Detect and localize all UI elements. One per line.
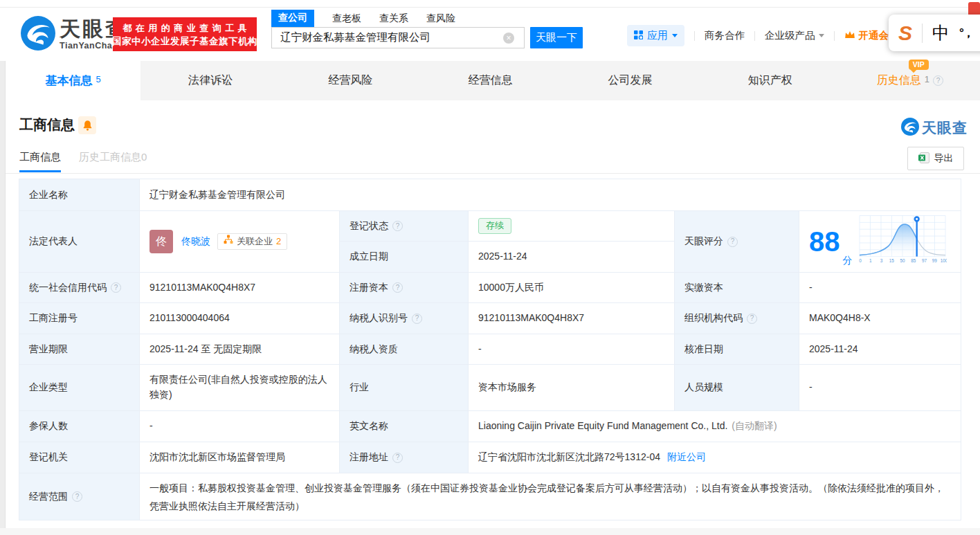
search-button[interactable]: 天眼一下 [530, 27, 583, 48]
field-label-taxpayer-quality: 纳税人资质 [340, 334, 469, 365]
svg-text:50: 50 [900, 258, 905, 263]
help-icon[interactable] [747, 314, 757, 324]
field-value-establish-date: 2025-11-24 [469, 242, 675, 273]
tab-operating-info[interactable]: 经营信息 [420, 61, 560, 100]
field-value-reg-capital: 10000万人民币 [469, 273, 675, 303]
field-label-company-type: 企业类型 [19, 365, 140, 411]
field-value-credit-code: 91210113MAK0Q4H8X7 [140, 273, 340, 303]
tab-company-development[interactable]: 公司发展 [561, 61, 700, 100]
ime-punctuation-toggle[interactable]: °， [959, 25, 973, 41]
search-tab-boss[interactable]: 查老板 [332, 12, 361, 27]
nearby-companies-link[interactable]: 附近公司 [667, 450, 706, 465]
subtab-business-info[interactable]: 工商信息 [19, 151, 61, 172]
field-value-taxpayer-quality: - [469, 334, 675, 365]
avatar[interactable]: 佟 [149, 230, 173, 253]
field-value-company-type: 有限责任公司(非自然人投资或控股的法人独资) [140, 365, 340, 411]
clear-search-icon[interactable] [503, 33, 514, 44]
org-chart-icon [224, 235, 233, 248]
business-cooperation-link[interactable]: 商务合作 [705, 29, 745, 42]
tab-history-info-label: 历史信息 [877, 73, 921, 88]
tab-basic-info-label: 基本信息 [45, 73, 92, 89]
field-value-taxpayer-id: 91210113MAK0Q4H8X7 [469, 303, 675, 334]
help-icon[interactable] [111, 282, 121, 293]
search-tabs: 查公司 查老板 查关系 查风险 [271, 10, 455, 27]
company-nav-tabbar: 基本信息 5 法律诉讼 经营风险 经营信息 公司发展 知识产权 历史信息 VIP… [6, 61, 980, 100]
help-icon[interactable] [392, 453, 403, 463]
svg-text:85: 85 [911, 258, 916, 263]
auto-translate-note: (自动翻译) [732, 419, 777, 434]
field-value-approval-date: 2025-11-24 [799, 334, 961, 365]
header-nav: 应用 商务合作 企业级产品 开通会员 [627, 25, 899, 46]
crown-icon [844, 30, 855, 42]
chevron-down-icon [672, 34, 678, 37]
subtabs: 工商信息 历史工商信息0 [19, 151, 147, 172]
section-divider [6, 173, 980, 174]
tianyancha-swirl-icon [901, 118, 919, 138]
field-label-establish-date: 成立日期 [340, 242, 469, 273]
help-icon[interactable] [412, 314, 422, 324]
tab-intellectual-property[interactable]: 知识产权 [700, 61, 840, 100]
field-label-paid-capital: 实缴资本 [675, 273, 799, 303]
field-value-business-scope: 一般项目：私募股权投资基金管理、创业投资基金管理服务（须在中国证券投资基金业协会… [140, 473, 961, 520]
tab-basic-info-count: 5 [96, 74, 100, 84]
score-distribution-chart: 0 1 3 15 50 85 97 99 100 [858, 214, 947, 270]
tianyancha-swirl-icon [21, 16, 55, 53]
enterprise-products-link[interactable]: 企业级产品 [765, 29, 824, 42]
field-value-legal-rep: 佟 佟晓波 关联企业 2 [140, 211, 340, 273]
tab-operating-risk[interactable]: 经营风险 [280, 61, 420, 100]
svg-text:99: 99 [932, 258, 937, 263]
export-button[interactable]: 导出 [907, 147, 964, 170]
field-label-org-code: 组织机构代码 [675, 303, 799, 334]
legal-rep-name-link[interactable]: 佟晓波 [181, 234, 210, 249]
field-label-industry: 行业 [340, 365, 469, 411]
field-label-insured-count: 参保人数 [19, 411, 140, 442]
ime-divider [922, 24, 923, 43]
field-value-insured-count: - [140, 411, 340, 442]
apps-menu[interactable]: 应用 [627, 25, 684, 46]
search-tab-relation[interactable]: 查关系 [379, 12, 408, 27]
help-icon[interactable] [727, 237, 738, 247]
help-icon[interactable] [933, 75, 943, 86]
help-icon[interactable] [392, 221, 403, 231]
subtab-history-business-info[interactable]: 历史工商信息0 [79, 151, 147, 172]
chevron-down-icon [819, 34, 824, 37]
help-icon[interactable] [72, 491, 82, 502]
sogou-logo-icon[interactable]: S [898, 21, 912, 45]
search-input[interactable] [279, 28, 500, 47]
field-label-business-term: 营业期限 [19, 334, 140, 365]
related-companies-badge[interactable]: 关联企业 2 [217, 233, 287, 250]
field-label-approval-date: 核准日期 [675, 334, 799, 365]
related-companies-label: 关联企业 [237, 235, 273, 248]
notification-bell-icon[interactable] [78, 116, 96, 134]
watermark-text: 天眼查 [922, 118, 968, 138]
field-value-org-code: MAK0Q4H8-X [799, 303, 961, 334]
field-value-tyc-score: 88 分 [799, 211, 961, 273]
top-divider [0, 7, 980, 8]
field-value-reg-number: 210113000404064 [140, 303, 340, 334]
tab-history-info[interactable]: 历史信息 VIP 1 [840, 61, 980, 100]
header-divider [834, 31, 835, 41]
help-icon[interactable] [392, 282, 403, 293]
field-value-english-name: Liaoning Caijin Private Equity Fund Mana… [469, 411, 961, 442]
slogan-line2: 国家中小企业发展子基金旗下机构 [112, 35, 257, 48]
ime-language-toggle[interactable]: 中 [932, 21, 950, 44]
field-label-reg-authority: 登记机关 [19, 442, 140, 473]
field-value-company-name: 辽宁财金私募基金管理有限公司 [140, 179, 961, 211]
field-label-reg-capital: 注册资本 [340, 273, 469, 303]
search-tab-company[interactable]: 查公司 [271, 10, 314, 27]
field-label-tyc-score: 天眼评分 [675, 211, 799, 273]
field-label-english-name: 英文名称 [340, 411, 469, 442]
related-companies-count: 2 [276, 235, 281, 248]
bottom-strip [0, 528, 980, 535]
svg-text:100: 100 [940, 258, 946, 263]
field-label-credit-code: 统一社会信用代码 [19, 273, 140, 303]
excel-icon [918, 152, 929, 165]
tab-basic-info[interactable]: 基本信息 5 [6, 61, 140, 100]
field-label-company-name: 企业名称 [19, 179, 140, 211]
tab-legal-proceedings[interactable]: 法律诉讼 [140, 61, 280, 100]
search-box [271, 27, 525, 48]
field-label-reg-address: 注册地址 [340, 442, 469, 473]
enterprise-products-label: 企业级产品 [765, 29, 815, 42]
search-tab-risk[interactable]: 查风险 [426, 12, 455, 27]
svg-text:3: 3 [880, 258, 882, 263]
